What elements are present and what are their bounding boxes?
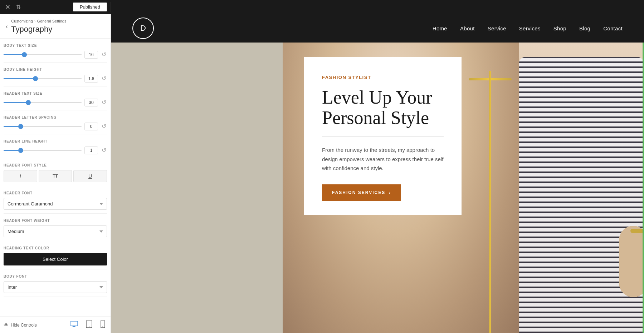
rack-vertical-bar: [489, 71, 491, 333]
header-text-size-row: ↺: [4, 98, 107, 106]
panel-header: ‹ Customizing › General Settings Typogra…: [0, 14, 111, 39]
header-text-size-value[interactable]: [84, 99, 98, 106]
header-line-height-group: HEADER LINE HEIGHT ↺: [4, 134, 107, 158]
header-font-style-group: HEADER FONT STYLE I TT U: [4, 158, 107, 186]
bottom-bar: 👁 Hide Controls: [0, 317, 111, 333]
published-button[interactable]: Published: [73, 3, 107, 11]
header-font-select[interactable]: Cormorant Garamond Inter Playfair Displa…: [4, 198, 107, 210]
header-line-height-slider-container: [4, 147, 82, 154]
breadcrumb-end: General Settings: [37, 19, 67, 23]
header-text-size-slider[interactable]: [4, 102, 82, 103]
tablet-icon: [86, 320, 92, 328]
header-font-weight-label: HEADER FONT WEIGHT: [4, 219, 107, 223]
hero-left-bg: [111, 43, 283, 333]
body-line-height-slider[interactable]: [4, 78, 82, 79]
card-heading: Level Up Your Personal Style: [322, 87, 444, 128]
panel-header-row: ‹ Customizing › General Settings Typogra…: [6, 19, 105, 34]
svg-rect-0: [70, 321, 78, 326]
svg-point-6: [102, 327, 103, 327]
header-letter-spacing-reset[interactable]: ↺: [101, 122, 107, 130]
hide-controls-button[interactable]: 👁 Hide Controls: [4, 322, 64, 328]
site-logo: D: [132, 18, 154, 39]
header-letter-spacing-slider-container: [4, 123, 82, 130]
nav-contact[interactable]: Contact: [603, 25, 623, 31]
preview-area: D Home About Service Services Shop Blog …: [111, 14, 644, 333]
body-text-size-label: BODY TEXT SIZE: [4, 44, 107, 48]
eye-icon: 👁: [4, 322, 9, 328]
nav-home[interactable]: Home: [433, 25, 447, 31]
hero-side-image: [519, 43, 644, 333]
body-font-label: BODY FONT: [4, 274, 107, 278]
card-heading-line2: Personal Style: [322, 108, 429, 128]
italic-button[interactable]: I: [4, 170, 37, 182]
panel-title: Typography: [11, 25, 66, 34]
arm-decoration: [619, 226, 644, 297]
body-text-size-reset[interactable]: ↺: [101, 50, 107, 59]
breadcrumb-sep: ›: [34, 19, 36, 23]
header-line-height-reset[interactable]: ↺: [101, 146, 107, 154]
header-letter-spacing-value[interactable]: [84, 123, 98, 130]
card-tag: FASHION STYLIST: [322, 75, 444, 80]
close-button[interactable]: ✕: [4, 2, 12, 13]
body-text-size-slider[interactable]: [4, 54, 82, 55]
header-letter-spacing-label: HEADER LETTER SPACING: [4, 115, 107, 119]
header-font-style-label: HEADER FONT STYLE: [4, 163, 107, 167]
body-text-size-value[interactable]: [84, 51, 98, 59]
hero-right: FASHION STYLIST Level Up Your Personal S…: [283, 43, 644, 333]
website-header: D Home About Service Services Shop Blog …: [111, 14, 644, 43]
header-text-size-reset[interactable]: ↺: [101, 98, 107, 106]
nav-service[interactable]: Service: [488, 25, 506, 31]
hero-section: FASHION STYLIST Level Up Your Personal S…: [111, 43, 644, 333]
svg-point-4: [89, 327, 89, 327]
body-font-group: BODY FONT Inter Arial Georgia Roboto: [4, 269, 107, 297]
header-font-weight-select[interactable]: Thin Light Regular Medium Bold: [4, 225, 107, 237]
header-line-height-row: ↺: [4, 146, 107, 154]
header-line-height-value[interactable]: [84, 146, 98, 154]
divi-edit-bar: [643, 43, 644, 333]
card-heading-line1: Level Up Your: [322, 87, 432, 108]
left-panel: ‹ Customizing › General Settings Typogra…: [0, 14, 111, 333]
mobile-icon: [101, 320, 105, 328]
body-font-select[interactable]: Inter Arial Georgia Roboto: [4, 281, 107, 293]
nav-services[interactable]: Services: [519, 25, 541, 31]
swap-button[interactable]: ⇅: [15, 2, 22, 12]
header-text-size-group: HEADER TEXT SIZE ↺: [4, 86, 107, 110]
card-body-text: From the runway to the streets, my appro…: [322, 145, 444, 173]
body-line-height-reset[interactable]: ↺: [101, 74, 107, 83]
nav-blog[interactable]: Blog: [579, 25, 590, 31]
breadcrumb-text: Customizing › General Settings: [11, 19, 66, 23]
tablet-view-button[interactable]: [84, 320, 94, 330]
body-line-height-value[interactable]: [84, 75, 98, 83]
heading-text-color-group: HEADING TEXT COLOR Select Color: [4, 241, 107, 269]
body-line-height-label: BODY LINE HEIGHT: [4, 68, 107, 71]
back-button[interactable]: ‹: [6, 23, 10, 30]
body-line-height-row: ↺: [4, 74, 107, 83]
all-caps-button[interactable]: TT: [39, 170, 72, 182]
header-line-height-slider[interactable]: [4, 150, 82, 151]
bracelet-decoration: [630, 229, 644, 233]
nav-about[interactable]: About: [460, 25, 475, 31]
body-line-height-group: BODY LINE HEIGHT ↺: [4, 63, 107, 86]
header-letter-spacing-group: HEADER LETTER SPACING ↺: [4, 110, 107, 134]
site-nav: Home About Service Services Shop Blog Co…: [433, 25, 623, 31]
mobile-view-button[interactable]: [98, 320, 107, 330]
breadcrumb-start: Customizing: [11, 19, 33, 23]
header-text-size-label: HEADER TEXT SIZE: [4, 91, 107, 95]
breadcrumb: Customizing › General Settings Typograph…: [11, 19, 66, 34]
header-line-height-label: HEADER LINE HEIGHT: [4, 139, 107, 143]
nav-shop[interactable]: Shop: [553, 25, 566, 31]
svg-rect-1: [73, 326, 75, 327]
header-letter-spacing-slider[interactable]: [4, 126, 82, 127]
cta-button[interactable]: FASHION SERVICES ›: [322, 184, 401, 201]
header-text-size-slider-container: [4, 99, 82, 106]
body-text-size-group: BODY TEXT SIZE ↺: [4, 39, 107, 63]
header-font-weight-group: HEADER FONT WEIGHT Thin Light Regular Me…: [4, 214, 107, 241]
body-text-size-slider-container: [4, 51, 82, 58]
underline-button[interactable]: U: [73, 170, 107, 182]
card-divider: [322, 136, 444, 137]
header-font-label: HEADER FONT: [4, 191, 107, 195]
desktop-icon: [70, 321, 78, 327]
body-text-size-row: ↺: [4, 50, 107, 59]
desktop-view-button[interactable]: [68, 320, 80, 329]
color-picker-button[interactable]: Select Color: [4, 253, 107, 265]
